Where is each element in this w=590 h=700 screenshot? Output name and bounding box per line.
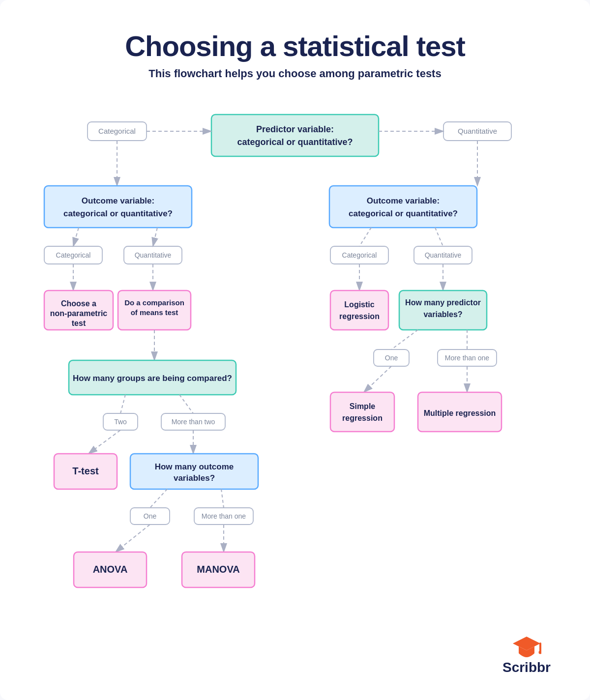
svg-marker-52 bbox=[513, 637, 540, 650]
quantitative-left1: Quantitative bbox=[135, 251, 172, 259]
svg-rect-8 bbox=[44, 186, 192, 228]
logistic-text1: Logistic bbox=[344, 300, 374, 309]
svg-line-23 bbox=[88, 430, 120, 454]
quantitative-right1: Quantitative bbox=[425, 251, 462, 259]
outcome-left-text1: Outcome variable: bbox=[82, 196, 154, 205]
categorical-label-top: Categorical bbox=[98, 127, 136, 135]
svg-line-22 bbox=[179, 395, 193, 413]
svg-line-46 bbox=[391, 330, 418, 350]
comparison-text2: of means test bbox=[131, 308, 178, 317]
svg-line-30 bbox=[221, 489, 224, 508]
simple-reg-text2: regression bbox=[342, 414, 383, 422]
categorical-left1: Categorical bbox=[56, 251, 91, 259]
more-than-two-label: More than two bbox=[172, 418, 215, 426]
simple-reg-text1: Simple bbox=[350, 402, 376, 410]
t-test-text: T-test bbox=[72, 466, 99, 476]
svg-line-11 bbox=[73, 228, 79, 246]
comparison-text1: Do a comparison bbox=[124, 298, 184, 307]
one-label-left: One bbox=[144, 512, 157, 520]
outcome-right-text1: Outcome variable: bbox=[367, 196, 440, 205]
manova-text: MANOVA bbox=[197, 564, 239, 575]
svg-line-38 bbox=[359, 228, 371, 246]
one-label-right: One bbox=[385, 354, 398, 362]
svg-rect-26 bbox=[130, 454, 258, 489]
logistic-text2: regression bbox=[339, 312, 380, 321]
page-subtitle: This flowchart helps you choose among pa… bbox=[30, 67, 560, 80]
multiple-reg-text: Multiple regression bbox=[424, 409, 496, 417]
predictor-count-text2: variables? bbox=[423, 310, 462, 319]
svg-line-48 bbox=[364, 366, 391, 392]
svg-point-54 bbox=[538, 651, 541, 654]
page-title: Choosing a statistical test bbox=[30, 29, 560, 62]
svg-line-39 bbox=[435, 228, 443, 246]
non-parametric-text3: test bbox=[72, 319, 86, 327]
page-container: Choosing a statistical test This flowcha… bbox=[0, 0, 590, 700]
scribbr-icon bbox=[512, 633, 541, 660]
scribbr-name: Scribbr bbox=[502, 660, 551, 675]
quantitative-label-top: Quantitative bbox=[458, 127, 497, 135]
categorical-right1: Categorical bbox=[342, 251, 377, 259]
svg-line-21 bbox=[120, 395, 125, 413]
more-than-one-label-left: More than one bbox=[202, 512, 246, 520]
anova-text: ANOVA bbox=[93, 564, 128, 575]
how-many-outcome-text2: variables? bbox=[174, 473, 215, 483]
scribbr-logo: Scribbr bbox=[502, 633, 551, 675]
outcome-left-text2: categorical or quantitative? bbox=[63, 209, 173, 218]
predictor-box-text: Predictor variable: bbox=[256, 124, 334, 134]
svg-rect-1 bbox=[211, 115, 379, 156]
more-than-one-label-right: More than one bbox=[445, 354, 489, 362]
how-many-groups-text: How many groups are being compared? bbox=[73, 374, 232, 383]
flowchart: Predictor variable: categorical or quant… bbox=[30, 100, 560, 667]
svg-line-29 bbox=[150, 489, 167, 508]
outcome-right-text2: categorical or quantitative? bbox=[349, 209, 458, 218]
non-parametric-text1: Choose a bbox=[61, 299, 96, 308]
svg-line-31 bbox=[116, 525, 150, 552]
svg-rect-50 bbox=[330, 392, 394, 432]
svg-line-12 bbox=[153, 228, 157, 246]
svg-rect-35 bbox=[329, 186, 477, 228]
non-parametric-text2: non-parametric bbox=[50, 309, 108, 318]
how-many-outcome-text1: How many outcome bbox=[155, 462, 234, 471]
predictor-count-text1: How many predictor bbox=[405, 298, 481, 307]
predictor-box-text2: categorical or quantitative? bbox=[237, 137, 353, 147]
two-label: Two bbox=[114, 418, 127, 426]
svg-rect-42 bbox=[330, 291, 388, 330]
